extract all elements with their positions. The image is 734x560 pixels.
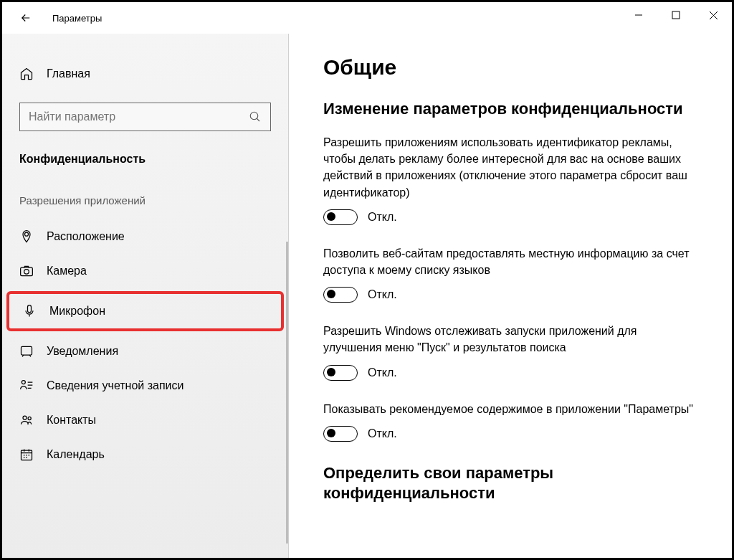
titlebar: Параметры <box>2 2 732 34</box>
toggle-state-label: Откл. <box>368 211 397 224</box>
toggle-language-list[interactable] <box>323 287 358 303</box>
contacts-icon <box>19 413 34 427</box>
toggle-suggested-content[interactable] <box>323 426 358 442</box>
toggle-advertising-id[interactable] <box>323 209 358 225</box>
sidebar-item-notifications[interactable]: Уведомления <box>2 334 288 369</box>
location-icon <box>19 229 34 244</box>
section-subtitle-2: Определить свои параметры конфиденциальн… <box>323 463 709 504</box>
category-title: Конфиденциальность <box>2 148 288 187</box>
sidebar-item-location[interactable]: Расположение <box>2 219 288 254</box>
sidebar-item-label: Уведомления <box>47 345 118 358</box>
search-box[interactable] <box>19 103 271 131</box>
svg-point-4 <box>250 112 258 120</box>
svg-rect-9 <box>28 305 32 313</box>
svg-point-12 <box>23 416 27 419</box>
section-subtitle: Изменение параметров конфиденциальности <box>323 100 709 118</box>
microphone-icon <box>22 304 37 318</box>
sidebar-item-label: Календарь <box>47 448 105 461</box>
setting-language-list: Позволить веб-сайтам предоставлять местн… <box>323 245 709 303</box>
setting-app-launches: Разрешить Windows отслеживать запуски пр… <box>323 323 709 380</box>
sidebar-item-label: Сведения учетной записи <box>47 379 184 392</box>
sidebar-item-contacts[interactable]: Контакты <box>2 403 288 437</box>
svg-point-11 <box>22 381 25 384</box>
sidebar-home[interactable]: Главная <box>2 60 288 88</box>
toggle-state-label: Откл. <box>368 366 397 379</box>
svg-rect-10 <box>22 346 32 355</box>
sidebar-item-account-info[interactable]: Сведения учетной записи <box>2 369 288 403</box>
sidebar-item-label: Контакты <box>47 414 96 427</box>
toggle-state-label: Откл. <box>368 427 397 440</box>
sidebar-item-label: Камера <box>47 265 87 277</box>
camera-icon <box>19 264 34 278</box>
setting-advertising-id: Разрешить приложениям использовать идент… <box>323 134 709 225</box>
calendar-icon <box>19 447 34 462</box>
svg-point-6 <box>25 232 29 236</box>
sidebar-item-calendar[interactable]: Календарь <box>2 437 288 472</box>
toggle-state-label: Откл. <box>368 288 397 301</box>
account-info-icon <box>19 379 34 393</box>
sidebar-item-label: Микрофон <box>49 305 105 318</box>
setting-text: Разрешить Windows отслеживать запуски пр… <box>323 323 696 356</box>
window-controls <box>620 2 732 28</box>
close-button[interactable] <box>695 2 732 28</box>
sidebar: Главная Конфиденциальность Разрешения пр… <box>2 34 289 558</box>
search-icon <box>249 110 262 123</box>
main-panel: Общие Изменение параметров конфиденциаль… <box>289 34 732 558</box>
highlight-microphone: Микрофон <box>6 291 284 331</box>
setting-text: Разрешить приложениям использовать идент… <box>323 134 696 201</box>
svg-point-13 <box>28 417 31 419</box>
notifications-icon <box>19 344 34 359</box>
maximize-button[interactable] <box>657 2 695 28</box>
sidebar-item-camera[interactable]: Камера <box>2 254 288 288</box>
sidebar-home-label: Главная <box>47 67 90 80</box>
svg-point-8 <box>24 270 29 275</box>
page-title: Общие <box>323 55 709 80</box>
window-title: Параметры <box>52 13 102 24</box>
sidebar-item-label: Расположение <box>47 230 125 243</box>
sidebar-item-microphone[interactable]: Микрофон <box>9 294 281 328</box>
svg-rect-7 <box>21 267 33 276</box>
setting-text: Показывать рекомендуемое содержимое в пр… <box>323 401 696 417</box>
setting-text: Позволить веб-сайтам предоставлять местн… <box>323 245 696 278</box>
setting-suggested-content: Показывать рекомендуемое содержимое в пр… <box>323 401 709 442</box>
back-button[interactable] <box>15 7 37 29</box>
sidebar-scrollbar[interactable] <box>286 242 288 544</box>
search-input[interactable] <box>29 110 249 123</box>
svg-line-5 <box>257 118 259 121</box>
toggle-app-launches[interactable] <box>323 365 358 381</box>
svg-rect-1 <box>672 11 680 19</box>
minimize-button[interactable] <box>620 2 657 28</box>
section-heading: Разрешения приложений <box>2 187 288 219</box>
